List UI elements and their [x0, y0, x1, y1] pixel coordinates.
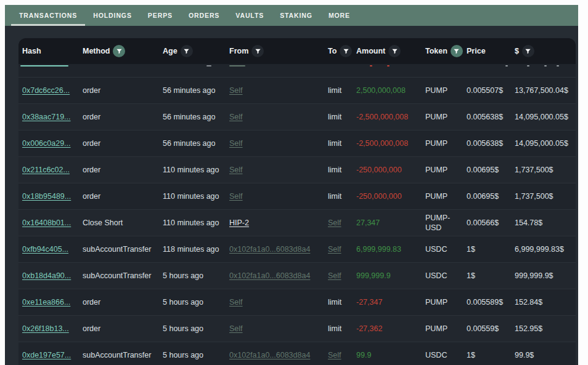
tab-transactions[interactable]: TRANSACTIONS [11, 5, 85, 26]
token-cell: PUMP [425, 112, 467, 122]
amount-cell: -27,362 [356, 324, 425, 334]
tab-label: ORDERS [189, 12, 219, 19]
tab-perps[interactable]: PERPS [140, 5, 181, 26]
from-link[interactable]: Self [229, 139, 243, 148]
filter-icon[interactable] [181, 45, 193, 57]
hash-link[interactable]: 0x006c0a29... [22, 139, 71, 148]
amount-cell: 27,347 [356, 218, 425, 228]
usd-cell: 14,095,000.05$ [515, 138, 576, 148]
method-cell: order [83, 138, 163, 148]
from-link[interactable]: 0x102fa1a0...6083d8a4 [229, 271, 310, 280]
tab-vaults[interactable]: VAULTS [227, 5, 272, 26]
clipped-text-remnant [505, 65, 508, 66]
method-cell: order [83, 297, 163, 307]
age-cell: 5 hours ago [163, 297, 229, 307]
filter-icon[interactable] [451, 45, 463, 57]
to-cell: limit [328, 86, 341, 95]
table-header-row: Hash Method Age From To [18, 38, 576, 64]
token-cell: PUMP [425, 86, 467, 95]
table-row: 0x16408b01... Close Short 110 minutes ag… [18, 209, 576, 236]
method-cell: subAccountTransfer [83, 350, 163, 360]
hash-link[interactable]: 0x7dc6cc26... [22, 86, 70, 95]
hash-link[interactable]: 0x211c6c02... [22, 166, 70, 174]
column-label: Method [83, 47, 110, 55]
hash-link[interactable]: 0x16408b01... [22, 219, 71, 227]
token-cell: USDC [425, 271, 467, 281]
filter-icon[interactable] [340, 45, 352, 57]
tab-label: TRANSACTIONS [19, 12, 77, 19]
to-cell[interactable]: Self [328, 351, 341, 359]
hash-link[interactable]: 0xb18d4a90... [22, 271, 71, 280]
hash-link[interactable]: 0xde197e57... [22, 351, 71, 359]
from-link[interactable]: Self [229, 113, 243, 121]
column-label: Token [425, 47, 447, 55]
clipped-text-remnant [557, 65, 559, 66]
column-header: $ [515, 45, 576, 57]
tab-label: STAKING [280, 12, 312, 19]
age-cell: 118 minutes ago [163, 244, 229, 254]
clipped-amount-remnant [387, 65, 390, 66]
column-header: Hash [22, 47, 83, 55]
table-row: 0xe11ea866... order 5 hours ago Self lim… [18, 289, 576, 315]
from-link[interactable]: Self [229, 86, 243, 95]
token-cell: PUMP [425, 191, 467, 201]
usd-cell: 13,767,500.04$ [515, 86, 576, 95]
age-cell: 56 minutes ago [163, 138, 229, 148]
from-link[interactable]: Self [229, 298, 243, 307]
to-cell: limit [328, 192, 341, 201]
column-label: Price [467, 47, 486, 55]
from-link[interactable]: Self [229, 166, 243, 174]
transactions-table: Hash Method Age From To [18, 38, 576, 365]
from-link[interactable]: 0x102fa1a0...6083d8a4 [229, 245, 310, 254]
age-cell: 56 minutes ago [163, 112, 229, 122]
column-label: $ [515, 47, 519, 55]
column-header: Price [467, 47, 515, 55]
hash-link[interactable]: 0x26f18b13... [22, 324, 69, 333]
tab-orders[interactable]: ORDERS [181, 5, 227, 26]
hash-link[interactable]: 0x38aac719... [22, 113, 71, 121]
column-label: Age [163, 47, 178, 55]
amount-cell: -2,500,000,008 [356, 112, 425, 122]
filter-icon[interactable] [388, 45, 401, 57]
tab-label: MORE [329, 12, 350, 19]
method-cell: order [83, 324, 163, 334]
to-cell[interactable]: Self [328, 219, 341, 227]
amount-cell: -250,000,000 [356, 191, 425, 201]
tab-label: HOLDINGS [93, 12, 132, 19]
hash-link[interactable]: 0xfb94c405... [22, 245, 68, 254]
table-row: 0x38aac719... order 56 minutes ago Self … [18, 103, 576, 130]
clipped-text-remnant [206, 65, 211, 66]
hash-link[interactable]: 0xe11ea866... [22, 298, 70, 307]
filter-icon[interactable] [113, 45, 125, 57]
table-row: 0x18b95489... order 110 minutes ago Self… [18, 183, 576, 209]
token-cell: PUMP [425, 138, 467, 148]
usd-cell: 1,737,500$ [515, 165, 576, 175]
tab-holdings[interactable]: HOLDINGS [85, 5, 140, 26]
clipped-text-remnant [544, 65, 547, 66]
usd-cell: 152.95$ [515, 324, 576, 334]
to-cell: limit [328, 324, 341, 333]
filter-icon[interactable] [522, 45, 534, 57]
from-link[interactable]: HIP-2 [229, 219, 249, 227]
clipped-amount-remnant [370, 65, 372, 66]
to-cell[interactable]: Self [328, 245, 341, 254]
price-cell: 1$ [467, 271, 515, 281]
token-cell: USDC [425, 244, 467, 254]
amount-cell: -2,500,000,008 [356, 138, 425, 148]
hash-link[interactable]: 0x18b95489... [22, 192, 71, 201]
age-cell: 5 hours ago [163, 324, 229, 334]
filter-icon[interactable] [251, 45, 264, 57]
from-link[interactable]: 0x102fa1a0...6083d8a4 [229, 351, 310, 359]
method-cell: subAccountTransfer [83, 271, 163, 281]
table-row: 0x211c6c02... order 110 minutes ago Self… [18, 156, 576, 183]
table-row: 0x006c0a29... order 56 minutes ago Self … [18, 130, 576, 156]
tab-label: VAULTS [235, 12, 264, 19]
from-link[interactable]: Self [229, 192, 243, 201]
to-cell[interactable]: Self [328, 271, 341, 280]
amount-cell: -250,000,000 [356, 165, 425, 175]
tab-staking[interactable]: STAKING [272, 5, 321, 26]
age-cell: 110 minutes ago [163, 191, 229, 201]
tab-more[interactable]: MORE [321, 5, 358, 26]
usd-cell: 999,999.9$ [515, 271, 576, 281]
from-link[interactable]: Self [229, 324, 243, 333]
